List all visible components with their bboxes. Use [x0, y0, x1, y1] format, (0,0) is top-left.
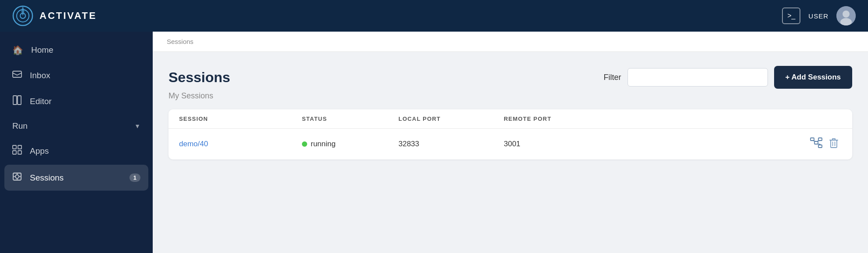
header-right: >_ USER	[782, 6, 856, 25]
sidebar-item-label: Apps	[30, 146, 49, 156]
svg-rect-15	[811, 138, 814, 141]
sidebar: 🏠 Home Inbox Editor Run ▼	[0, 32, 153, 253]
session-name[interactable]: demo/40	[179, 140, 302, 148]
col-actions	[618, 116, 842, 122]
logo-icon	[12, 5, 33, 26]
page-header: Sessions Filter + Add Sessions	[169, 66, 852, 89]
home-icon: 🏠	[12, 45, 23, 55]
sidebar-item-label: Editor	[30, 97, 52, 106]
col-status: STATUS	[302, 116, 398, 122]
user-label: USER	[808, 12, 829, 20]
filter-input[interactable]	[628, 68, 768, 87]
sidebar-item-inbox[interactable]: Inbox	[0, 62, 153, 88]
apps-icon	[12, 145, 22, 157]
svg-rect-9	[13, 145, 16, 149]
network-icon[interactable]	[810, 137, 822, 151]
main-layout: 🏠 Home Inbox Editor Run ▼	[0, 32, 868, 253]
filter-label: Filter	[604, 73, 621, 82]
content-area: Sessions Sessions Filter + Add Sessions …	[153, 32, 868, 253]
sessions-icon	[12, 172, 22, 184]
chevron-down-icon: ▼	[134, 123, 140, 130]
content-inner: Sessions Filter + Add Sessions My Sessio…	[153, 52, 868, 253]
svg-rect-11	[13, 151, 16, 154]
run-section-label: Run	[12, 121, 28, 131]
svg-line-19	[812, 141, 816, 141]
col-remote-port: REMOTE PORT	[504, 116, 618, 122]
action-cell	[618, 137, 842, 151]
status-cell: running	[302, 140, 398, 148]
col-local-port: LOCAL PORT	[398, 116, 504, 122]
logo-area: ACTIVATE	[12, 5, 97, 26]
svg-rect-16	[814, 141, 818, 144]
svg-rect-10	[18, 145, 22, 149]
table-header: SESSION STATUS LOCAL PORT REMOTE PORT	[169, 109, 852, 129]
sidebar-item-sessions[interactable]: Sessions 1	[4, 165, 148, 191]
terminal-button[interactable]: >_	[782, 7, 800, 24]
sidebar-item-label: Inbox	[30, 71, 50, 80]
svg-rect-23	[831, 140, 837, 148]
breadcrumb: Sessions	[153, 32, 868, 52]
svg-rect-6	[13, 71, 22, 77]
svg-point-4	[843, 11, 850, 18]
sidebar-item-label: Home	[31, 45, 54, 55]
page-title: Sessions	[169, 69, 230, 86]
delete-icon[interactable]	[829, 138, 838, 151]
sessions-badge: 1	[129, 173, 140, 182]
svg-line-20	[816, 141, 820, 141]
svg-rect-7	[13, 96, 17, 105]
add-sessions-button[interactable]: + Add Sessions	[774, 66, 852, 89]
filter-area: Filter + Add Sessions	[604, 66, 852, 89]
svg-rect-12	[18, 151, 22, 154]
sidebar-item-apps[interactable]: Apps	[0, 138, 153, 164]
editor-icon	[12, 95, 22, 107]
sidebar-item-label: Sessions	[30, 173, 64, 183]
svg-rect-18	[818, 145, 822, 148]
status-dot	[302, 141, 307, 147]
col-session: SESSION	[179, 116, 302, 122]
svg-rect-8	[18, 96, 21, 105]
svg-point-14	[15, 175, 19, 178]
run-section[interactable]: Run ▼	[0, 114, 153, 138]
local-port: 32833	[398, 140, 504, 148]
sidebar-item-home[interactable]: 🏠 Home	[0, 38, 153, 62]
page-subtitle: My Sessions	[169, 91, 852, 101]
status-text: running	[311, 140, 336, 148]
svg-rect-17	[818, 138, 822, 141]
top-header: ACTIVATE >_ USER	[0, 0, 868, 32]
remote-port: 3001	[504, 140, 618, 148]
sessions-table: SESSION STATUS LOCAL PORT REMOTE PORT de…	[169, 109, 852, 159]
sidebar-item-editor[interactable]: Editor	[0, 88, 153, 114]
app-name: ACTIVATE	[39, 10, 97, 22]
table-row: demo/40 running 32833 3001	[169, 129, 852, 159]
avatar[interactable]	[836, 6, 856, 25]
inbox-icon	[12, 69, 22, 81]
